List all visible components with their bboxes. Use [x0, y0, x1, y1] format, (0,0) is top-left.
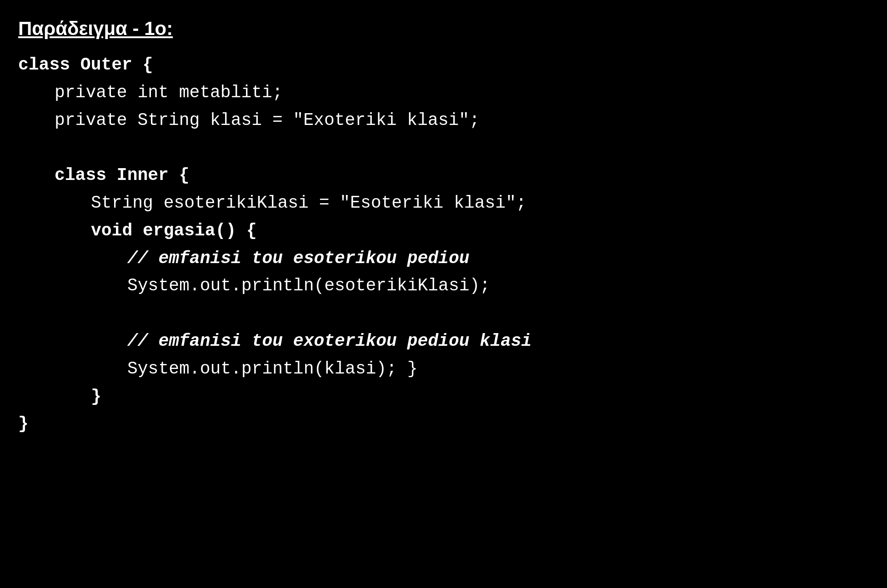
code-line-3: private String klasi = "Exoteriki klasi"… — [55, 107, 531, 135]
code-line-6: void ergasia() { — [91, 217, 531, 245]
code-line-blank2 — [18, 300, 531, 328]
code-line-7: // emfanisi tou esoterikou pediou — [127, 245, 531, 273]
code-line-11: } — [91, 383, 531, 411]
code-line-blank1 — [18, 134, 531, 162]
code-line-9: // emfanisi tou exoterikou pediou klasi — [127, 328, 531, 355]
code-line-4: class Inner { — [55, 162, 531, 189]
page-title: Παράδειγμα - 1ο: — [18, 14, 531, 43]
page-content: Παράδειγμα - 1ο: class Outer { private i… — [18, 14, 531, 438]
code-line-2: private int metabliti; — [55, 79, 531, 107]
code-block: class Outer { private int metabliti; pri… — [18, 51, 531, 438]
code-line-1: class Outer { — [18, 51, 531, 79]
code-line-10: System.out.println(klasi); } — [127, 355, 531, 383]
code-line-8: System.out.println(esoterikiKlasi); — [127, 272, 531, 300]
code-line-5: String esoterikiKlasi = "Esoteriki klasi… — [91, 189, 531, 217]
code-line-12: } — [18, 410, 531, 438]
